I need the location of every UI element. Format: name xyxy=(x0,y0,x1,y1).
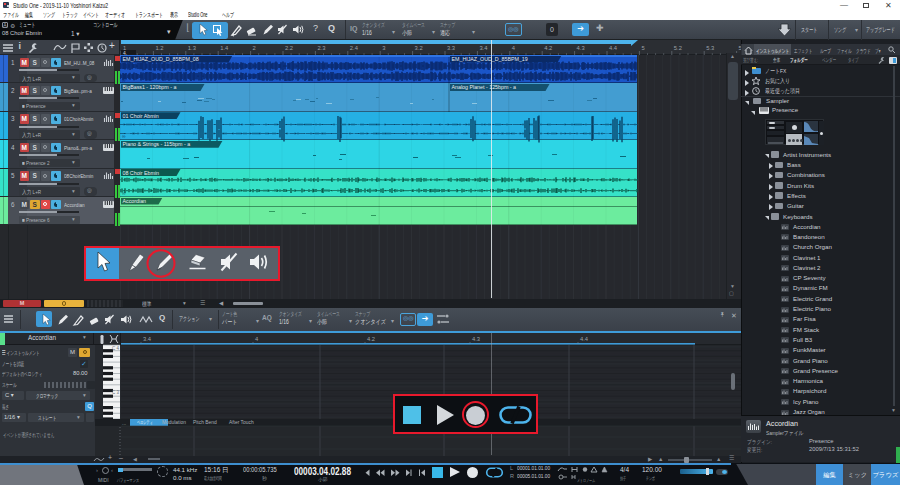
svg-text:4.3: 4.3 xyxy=(577,45,585,51)
svg-text:3.2: 3.2 xyxy=(415,45,423,51)
svg-text:4.2: 4.2 xyxy=(367,336,375,342)
svg-text:5: 5 xyxy=(641,45,644,51)
svg-text:2: 2 xyxy=(253,45,256,51)
svg-text:2.3: 2.3 xyxy=(317,45,325,51)
svg-text:2.4: 2.4 xyxy=(350,45,359,51)
svg-text:4: 4 xyxy=(512,45,516,51)
svg-text:1.2: 1.2 xyxy=(155,45,163,51)
svg-text:4.4: 4.4 xyxy=(609,45,618,51)
svg-text:3: 3 xyxy=(382,45,385,51)
svg-text:1.3: 1.3 xyxy=(188,45,196,51)
svg-text:4.4: 4.4 xyxy=(580,336,589,342)
svg-text:4: 4 xyxy=(255,336,259,342)
svg-text:5.2: 5.2 xyxy=(674,45,682,51)
svg-text:2.2: 2.2 xyxy=(285,45,293,51)
svg-text:4.2: 4.2 xyxy=(544,45,552,51)
svg-text:4.3: 4.3 xyxy=(472,336,480,342)
svg-text:1.4: 1.4 xyxy=(220,45,229,51)
svg-text:3.4: 3.4 xyxy=(479,45,488,51)
svg-text:3.3: 3.3 xyxy=(447,45,455,51)
svg-text:5.3: 5.3 xyxy=(706,45,714,51)
svg-text:3.4: 3.4 xyxy=(143,336,152,342)
